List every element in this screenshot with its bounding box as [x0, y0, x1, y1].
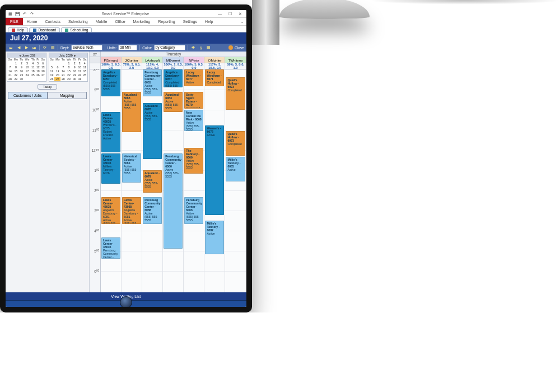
- resource-header[interactable]: LAshcroft: [142, 57, 163, 63]
- close-icon: [228, 45, 233, 50]
- appointment[interactable]: Lewis Center-43035Millie's Tannery - 607…: [101, 153, 120, 184]
- appointment[interactable]: Aqualand - 6063Active(555) 555-5555: [122, 92, 141, 132]
- resource-stats-row: 106%, 5, 9.5, 0.072%, 3, 6.5, 2.5111%, 4…: [90, 63, 246, 69]
- schedule-column[interactable]: Lacey Windham - 6071CompletedWerner's - …: [204, 69, 225, 292]
- schedule-column[interactable]: Angelica Dansbury - 6057Completed(555) 5…: [101, 69, 122, 292]
- appointment[interactable]: Pensburg Community Center - 6088Active(5…: [143, 197, 162, 224]
- qat-save-icon[interactable]: 💾: [15, 11, 20, 17]
- window-title: Smart Service™ Enterprise: [35, 12, 216, 16]
- schedule-column[interactable]: Angelica Dansbury - 6057Completed(555) 5…: [163, 69, 184, 292]
- day-name: Thursday: [101, 52, 246, 57]
- toolbar-refresh-icon[interactable]: ⟳: [42, 45, 48, 50]
- ribbon-tab-marketing[interactable]: Marketing: [129, 18, 155, 25]
- resource-header[interactable]: OMohler: [204, 57, 225, 63]
- start-orb-icon[interactable]: [120, 296, 132, 307]
- appointment[interactable]: Quail's Hollow - 6073Completed: [226, 131, 245, 156]
- appointment[interactable]: Quail's Hollow - 6073Completed: [226, 77, 245, 110]
- ribbon-tab-office[interactable]: Office: [111, 18, 129, 25]
- appointment[interactable]: Pensburg Community Center - 6066Active(5…: [184, 197, 203, 224]
- resource-stat: 117%, 3, 10.5, 0.0: [204, 63, 225, 69]
- window-minimize-button[interactable]: —: [216, 11, 224, 17]
- window-close-button[interactable]: ✕: [236, 11, 244, 17]
- mini-calendar-left[interactable]: ◀June, 202 SuMoTuWeThFrSa123456789101112…: [7, 53, 46, 82]
- cal-next-icon[interactable]: ▶: [73, 54, 77, 57]
- schedule-column[interactable]: Lacey Windham - 6077ActiveBetty Sgetti E…: [184, 69, 204, 292]
- toolbar-close-button[interactable]: Close: [228, 45, 244, 50]
- doc-tab-help[interactable]: Help: [8, 27, 28, 32]
- mini-calendar-right[interactable]: July, 2020▶ SuMoTuWeThFrSa12345678910111…: [49, 53, 88, 82]
- qat-undo-icon[interactable]: ↶: [22, 11, 27, 17]
- appointment[interactable]: Lacey Windham - 6071Completed: [205, 69, 224, 86]
- resource-header[interactable]: TWhitney: [225, 57, 246, 63]
- appointment[interactable]: Aqualand - 6063Active(555) 555-5555: [164, 92, 183, 112]
- tab-icon: [65, 29, 68, 32]
- appointment[interactable]: Millie's Tannery - 6085Active: [226, 157, 245, 181]
- toolbar-new-icon[interactable]: ✚: [190, 45, 196, 50]
- today-button[interactable]: Today: [38, 84, 57, 90]
- cal-prev-icon[interactable]: ◀: [18, 54, 22, 57]
- appointment[interactable]: Aqualand - 6078Active(555) 555-5555: [143, 103, 162, 159]
- ribbon-tab-reporting[interactable]: Reporting: [154, 18, 179, 25]
- ribbon-tab-home[interactable]: Home: [23, 18, 41, 25]
- appointment[interactable]: Millie's Tannery - 6082Active: [205, 221, 224, 254]
- qat-redo-icon[interactable]: ↷: [29, 11, 35, 17]
- doc-tab-scheduling[interactable]: Scheduling: [61, 27, 92, 32]
- ribbon-tab-scheduling[interactable]: Scheduling: [64, 18, 92, 25]
- doc-tab-dashboard[interactable]: Dashboard: [29, 27, 60, 32]
- schedule-column[interactable]: Aqualand - 6063Active(555) 555-5555Histo…: [122, 69, 142, 292]
- appointment[interactable]: Lewis Center-43035Werner's - 6075Robert …: [101, 112, 120, 152]
- appointment[interactable]: Betty Sgetti Eatery - 6070Completed(555)…: [184, 92, 203, 109]
- window-maximize-button[interactable]: ☐: [226, 11, 234, 17]
- ribbon-tab-help[interactable]: Help: [201, 18, 217, 25]
- appointment[interactable]: Angelica Dansbury - 6057Completed(555) 5…: [101, 69, 120, 96]
- ribbon-tab-settings[interactable]: Settings: [179, 18, 201, 25]
- tab-icon: [12, 29, 15, 32]
- ribbon-tab-mobile[interactable]: Mobile: [92, 18, 111, 25]
- nav-prev-icon[interactable]: ◀: [16, 45, 21, 50]
- page-title: Jul 27, 2020: [10, 34, 48, 42]
- segment-mapping[interactable]: Mapping: [48, 92, 87, 99]
- appointment[interactable]: Historical Society - 6064Active(555) 555…: [122, 153, 141, 183]
- resource-header[interactable]: JKlunker: [122, 57, 142, 63]
- appointment[interactable]: Lewis Center-43035Angelica Dansbury - 60…: [122, 197, 141, 224]
- toolbar-copy-icon[interactable]: ⎘: [198, 45, 204, 50]
- nav-last-icon[interactable]: ⏭: [31, 45, 37, 50]
- schedule-column[interactable]: Pensburg Community Center - 6065Active(5…: [142, 69, 163, 292]
- toolbar-grid-icon[interactable]: ▦: [206, 45, 212, 50]
- appointment[interactable]: Lewis Center-43035Angelica Dansbury - 60…: [101, 197, 120, 224]
- appointment[interactable]: Pensburg Community Center - 6080Active(5…: [164, 153, 183, 249]
- appointment[interactable]: Aqualand - 6079Active(555) 555-5555: [143, 170, 162, 193]
- hour-label: 12pm: [92, 148, 100, 152]
- app-icon: ▦: [7, 11, 13, 17]
- appointment[interactable]: New Harlem Ice Rink - 6068Active(555) 55…: [184, 110, 203, 131]
- schedule-column[interactable]: Quail's Hollow - 6073CompletedQuail's Ho…: [225, 69, 246, 292]
- color-select[interactable]: by Category: [154, 45, 185, 50]
- nav-next-icon[interactable]: ▶: [24, 45, 29, 50]
- appointment[interactable]: Werner's - 6072Active: [205, 125, 224, 215]
- resource-header[interactable]: MEverret: [163, 57, 184, 63]
- ribbon-collapse-icon[interactable]: ⌄: [240, 19, 244, 24]
- ribbon: FILE Home Contacts Scheduling Mobile Off…: [6, 18, 246, 26]
- ribbon-tab-contacts[interactable]: Contacts: [41, 18, 64, 25]
- hour-label: 900: [94, 88, 99, 92]
- dept-select[interactable]: Service Tech: [71, 45, 102, 50]
- units-label: Units:: [108, 46, 117, 50]
- toolbar-view-icon[interactable]: ▤: [50, 45, 55, 50]
- ribbon-file-tab[interactable]: FILE: [6, 18, 23, 25]
- color-label: Color:: [142, 46, 152, 50]
- segment-customers[interactable]: Customers / Jobs: [8, 92, 48, 99]
- units-select[interactable]: 30 Min: [118, 45, 137, 50]
- schedule-grid[interactable]: 8am9001000110012pm100200300400500600 Ang…: [90, 69, 246, 292]
- resource-header[interactable]: NPinty: [184, 57, 204, 63]
- appointment[interactable]: Lewis Center-43035Pensburg Community Cen…: [101, 237, 120, 259]
- resource-stat: 72%, 3, 6.5, 2.5: [122, 63, 142, 69]
- nav-first-icon[interactable]: ⏮: [8, 45, 13, 50]
- hour-label: 200: [94, 189, 99, 193]
- appointment[interactable]: The Refinery - 6069Active(555) 555-5555: [184, 148, 203, 174]
- dept-label: Dept:: [60, 46, 69, 50]
- appointment[interactable]: Angelica Dansbury - 6057Completed(555) 5…: [164, 69, 183, 87]
- appointment[interactable]: Pensburg Community Center - 6065Active(5…: [143, 69, 162, 96]
- appointment[interactable]: Lacey Windham - 6077Active: [184, 69, 203, 86]
- resource-stat: 111%, 4, 10.0, 0.0: [142, 63, 163, 69]
- resource-header[interactable]: FGerrard: [101, 57, 122, 63]
